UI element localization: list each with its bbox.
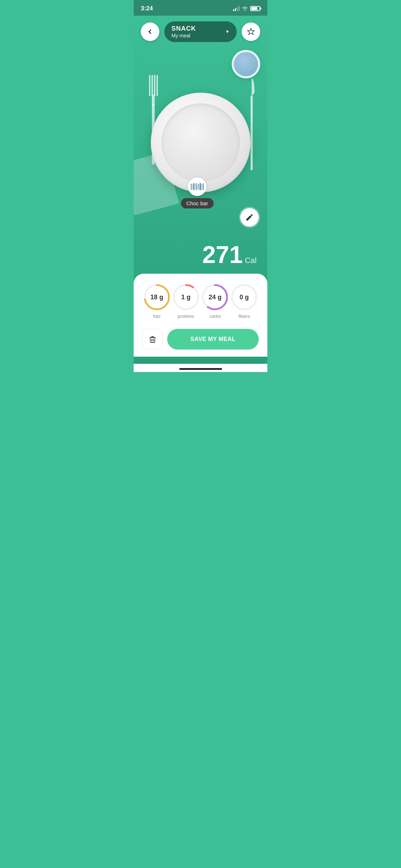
meal-selector[interactable]: SNACK My meal ▼ [164,21,237,42]
status-time: 3:24 [141,5,153,12]
glass-illustration [232,50,260,78]
home-bar [179,368,222,370]
save-button[interactable]: SAVE MY MEAL [167,329,259,350]
svg-rect-2 [154,75,155,96]
nutrition-value-fats: 18 g [150,294,163,301]
nutrition-item-fibers: 0 g fibers [231,284,258,319]
battery-icon [250,6,260,11]
favorite-button[interactable] [242,22,260,41]
back-icon [147,29,153,35]
pencil-icon [245,213,254,222]
nutrition-row: 18 g fats 1 g proteins 24 g carbs [142,284,259,319]
svg-rect-3 [156,75,158,96]
main-area: SNACK My meal ▼ [134,16,267,364]
nutrition-value-carbs: 24 g [209,294,221,301]
svg-rect-0 [149,75,150,96]
nutrition-label-fats: fats [153,314,160,319]
nutrition-circle-carbs: 24 g [201,284,228,311]
knife-icon [247,78,257,175]
calories-unit: Cal [245,256,257,265]
barcode-icon [188,177,206,196]
back-button[interactable] [141,22,159,41]
meal-type: SNACK [171,25,196,32]
calories-display: 271Cal [134,239,267,274]
bottom-panel: 18 g fats 1 g proteins 24 g carbs [134,274,267,357]
nutrition-item-fats: 18 g fats [143,284,170,319]
nutrition-circle-fats: 18 g [143,284,170,311]
svg-rect-4 [152,94,155,105]
calories-value: 271 [202,241,243,268]
nutrition-item-proteins: 1 g proteins [173,284,200,319]
home-indicator [134,364,267,372]
nutrition-label-proteins: proteins [178,314,194,319]
glass [232,50,260,78]
save-button-label: SAVE MY MEAL [190,336,235,342]
star-icon [247,27,255,36]
action-row: SAVE MY MEAL [142,329,259,350]
dropdown-arrow-icon: ▼ [225,29,230,34]
delete-button[interactable] [142,329,163,350]
edit-button[interactable] [239,207,260,228]
status-icons [233,6,260,11]
top-nav: SNACK My meal ▼ [134,16,267,46]
svg-rect-1 [151,75,153,96]
plate-inner [161,103,240,182]
nutrition-circle-proteins: 1 g [173,284,200,311]
signal-icon [233,6,240,11]
nutrition-value-proteins: 1 g [181,294,191,301]
svg-rect-6 [251,95,253,170]
food-item[interactable]: Choc bar [181,177,214,208]
trash-icon [148,335,157,343]
nutrition-label-carbs: carbs [209,314,221,319]
nutrition-item-carbs: 24 g carbs [201,284,228,319]
meal-name: My meal [171,33,196,38]
nutrition-circle-fibers: 0 g [231,284,258,311]
wifi-icon [242,6,248,11]
table-area: Choc bar [134,46,267,239]
food-label: Choc bar [181,198,214,208]
status-bar: 3:24 [134,0,267,16]
nutrition-value-fibers: 0 g [240,294,249,301]
nutrition-label-fibers: fibers [238,314,250,319]
